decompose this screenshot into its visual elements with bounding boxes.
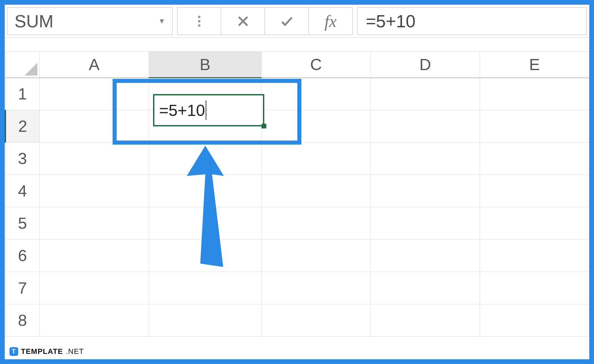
column-header-A[interactable]: A: [39, 52, 149, 78]
row-3: 3: [5, 143, 589, 175]
name-box-value: SUM: [14, 11, 54, 31]
row-header-2[interactable]: 2: [5, 110, 39, 143]
cell-B3[interactable]: [149, 143, 261, 175]
cell-D2[interactable]: [370, 110, 480, 143]
formula-buttons: fx: [173, 7, 353, 35]
check-icon: [279, 14, 294, 29]
cell-C7[interactable]: [261, 272, 370, 304]
row-6: 6: [5, 240, 589, 272]
cell-C4[interactable]: [261, 175, 370, 207]
enter-button[interactable]: [265, 7, 309, 35]
cell-C8[interactable]: [261, 304, 370, 337]
cell-A4[interactable]: [39, 175, 149, 207]
cell-A7[interactable]: [39, 272, 149, 304]
row-4: 4: [5, 175, 589, 207]
grip-icon: [192, 14, 207, 29]
cell-B7[interactable]: [149, 272, 261, 304]
column-header-E[interactable]: E: [480, 52, 589, 78]
cell-B6[interactable]: [149, 240, 261, 272]
cell-E3[interactable]: [480, 143, 589, 175]
cell-B1[interactable]: [149, 78, 261, 110]
cell-C1[interactable]: [261, 78, 370, 110]
cell-B2[interactable]: [149, 110, 261, 143]
cell-A2[interactable]: [39, 110, 149, 143]
row-header-1[interactable]: 1: [5, 78, 39, 110]
svg-point-2: [198, 24, 200, 27]
cell-E1[interactable]: [480, 78, 589, 110]
cell-D7[interactable]: [370, 272, 480, 304]
grip-button[interactable]: [177, 7, 221, 35]
cancel-icon: [236, 14, 250, 29]
formula-bar: SUM ▼ fx =5+10: [5, 5, 589, 38]
cell-A8[interactable]: [39, 304, 149, 337]
cell-D8[interactable]: [370, 304, 480, 337]
cell-A1[interactable]: [39, 78, 149, 110]
cell-D1[interactable]: [370, 78, 480, 110]
svg-point-1: [198, 20, 200, 22]
cell-C3[interactable]: [261, 143, 370, 175]
column-header-B[interactable]: B: [149, 52, 261, 78]
cell-E2[interactable]: [480, 110, 589, 143]
cell-C6[interactable]: [261, 240, 370, 272]
cell-D5[interactable]: [370, 207, 480, 240]
cell-D6[interactable]: [370, 240, 480, 272]
watermark: T TEMPLATE.NET: [9, 347, 84, 356]
formula-text: =5+10: [366, 11, 416, 31]
name-box[interactable]: SUM ▼: [7, 7, 173, 35]
cell-C5[interactable]: [261, 207, 370, 240]
watermark-suffix: .NET: [66, 347, 84, 356]
row-header-7[interactable]: 7: [5, 272, 39, 304]
row-header-5[interactable]: 5: [5, 207, 39, 240]
cell-B5[interactable]: [149, 207, 261, 240]
cell-A5[interactable]: [39, 207, 149, 240]
cell-D4[interactable]: [370, 175, 480, 207]
cell-B4[interactable]: [149, 175, 261, 207]
cell-A6[interactable]: [39, 240, 149, 272]
cell-E4[interactable]: [480, 175, 589, 207]
row-2: 2: [5, 110, 589, 143]
row-8: 8: [5, 304, 589, 337]
sheet-table[interactable]: A B C D E 1 2 3 4 5 6: [5, 51, 589, 337]
watermark-brand: TEMPLATE: [21, 347, 63, 356]
cell-D3[interactable]: [370, 143, 480, 175]
spreadsheet-grid: A B C D E 1 2 3 4 5 6: [5, 51, 589, 337]
row-header-3[interactable]: 3: [5, 143, 39, 175]
column-header-D[interactable]: D: [370, 52, 480, 78]
cell-A3[interactable]: [39, 143, 149, 175]
row-header-6[interactable]: 6: [5, 240, 39, 272]
row-1: 1: [5, 78, 589, 110]
cell-C2[interactable]: [261, 110, 370, 143]
svg-point-0: [198, 16, 200, 18]
cancel-button[interactable]: [221, 7, 265, 35]
select-all-corner[interactable]: [5, 52, 39, 78]
fx-icon: fx: [324, 11, 336, 31]
cell-E7[interactable]: [480, 272, 589, 304]
row-7: 7: [5, 272, 589, 304]
column-header-row: A B C D E: [5, 52, 589, 78]
cell-E6[interactable]: [480, 240, 589, 272]
cell-E5[interactable]: [480, 207, 589, 240]
row-5: 5: [5, 207, 589, 240]
row-header-4[interactable]: 4: [5, 175, 39, 207]
watermark-logo-icon: T: [9, 347, 18, 356]
dropdown-icon[interactable]: ▼: [158, 17, 166, 26]
column-header-C[interactable]: C: [261, 52, 370, 78]
cell-B8[interactable]: [149, 304, 261, 337]
row-header-8[interactable]: 8: [5, 304, 39, 337]
formula-input[interactable]: =5+10: [357, 7, 587, 35]
cell-E8[interactable]: [480, 304, 589, 337]
fx-button[interactable]: fx: [309, 7, 353, 35]
